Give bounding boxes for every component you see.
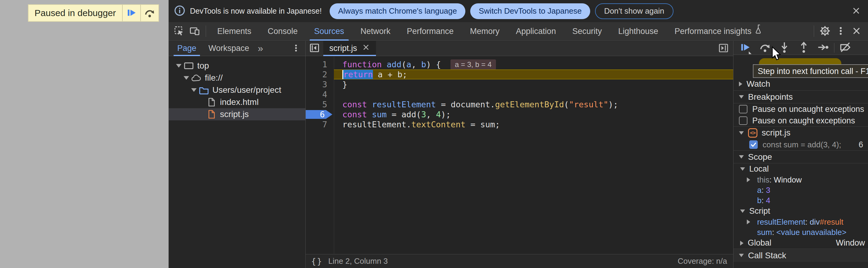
breakpoint-entry[interactable]: const sum = add(3, 4);6: [734, 139, 868, 150]
more-tabs-button[interactable]: »: [256, 42, 265, 54]
tree-item-file[interactable]: file://: [169, 72, 305, 84]
device-toolbar-button[interactable]: [187, 23, 203, 39]
code-line-text[interactable]: const sum = add(3, 4);: [334, 110, 733, 119]
line-number-gutter[interactable]: 5: [306, 99, 334, 110]
step-out-button[interactable]: [794, 41, 813, 55]
property-value: 3: [766, 185, 770, 195]
tab-elements[interactable]: Elements: [209, 22, 260, 41]
scope-group-local[interactable]: Local: [734, 163, 868, 175]
code-line: 4: [306, 89, 733, 99]
code-line-text[interactable]: return a + b;: [334, 69, 733, 80]
step-over-button-overlay[interactable]: [141, 5, 158, 21]
code-line-text[interactable]: [334, 89, 733, 99]
code-line-text[interactable]: resultElement.textContent = sum;: [334, 119, 733, 129]
line-number: 5: [322, 100, 327, 109]
scope-group-global[interactable]: GlobalWindow: [734, 237, 868, 248]
scope-group-script[interactable]: Script: [734, 206, 868, 217]
expander-icon[interactable]: [182, 76, 190, 80]
checkbox-pause-on-caught-exceptions[interactable]: Pause on caught exceptions: [734, 115, 868, 126]
code-line-text[interactable]: }: [334, 80, 733, 89]
breakpoint-marker[interactable]: [306, 110, 332, 119]
tab-sources[interactable]: Sources: [306, 22, 352, 41]
code-editor[interactable]: 1function add(a, b) {a = 3, b = 42return…: [306, 56, 733, 254]
step-into-tooltip: Step into next function call - F11 - ⌘ ;: [753, 64, 868, 78]
devtools-panel: DevTools is now available in Japanese! A…: [168, 0, 868, 268]
scope-prop-sum[interactable]: sum: <value unavailable>: [734, 227, 868, 237]
tree-item-index-html[interactable]: index.html: [169, 96, 305, 108]
step-over-button[interactable]: [755, 41, 775, 55]
step-button[interactable]: [813, 41, 833, 55]
editor-tab-label: script.js: [329, 44, 357, 53]
tab-network[interactable]: Network: [352, 22, 399, 41]
switch-to-japanese-button[interactable]: Switch DevTools to Japanese: [470, 3, 590, 19]
line-number-gutter[interactable]: 2: [306, 69, 334, 80]
tab-performance[interactable]: Performance: [399, 22, 462, 41]
scope-prop-resultelement[interactable]: resultElement: div#result: [734, 217, 868, 227]
editor-tab-scriptjs[interactable]: script.js: [323, 41, 376, 56]
section-scope[interactable]: Scope: [734, 150, 868, 163]
checkbox-label: Pause on caught exceptions: [752, 116, 855, 125]
tab-lighthouse[interactable]: Lighthouse: [610, 22, 666, 41]
line-number-gutter[interactable]: 4: [306, 89, 334, 99]
checkbox-unchecked[interactable]: [739, 105, 747, 113]
dont-show-again-button[interactable]: Don't show again: [595, 3, 674, 19]
hide-navigator-button[interactable]: [306, 41, 323, 56]
line-number-gutter[interactable]: 1: [306, 59, 334, 69]
scope-prop-a[interactable]: a: 3: [734, 185, 868, 195]
always-match-language-button[interactable]: Always match Chrome's language: [330, 3, 465, 19]
close-tab-icon[interactable]: [362, 43, 370, 53]
tab-label: Lighthouse: [618, 23, 658, 40]
tab-performance-insights[interactable]: Performance insights: [666, 22, 772, 41]
chevron-down-icon: [739, 254, 744, 257]
checkbox-checked[interactable]: [749, 140, 758, 149]
checkbox-pause-on-uncaught-exceptions[interactable]: Pause on uncaught exceptions: [734, 103, 868, 115]
line-number: 1: [322, 60, 327, 69]
code-line-text[interactable]: function add(a, b) {a = 3, b = 4: [334, 59, 733, 69]
show-debugger-sidebar-button[interactable]: [718, 42, 729, 54]
resume-icon: [126, 7, 137, 19]
line-number-gutter[interactable]: 6: [306, 110, 334, 119]
close-devtools-button[interactable]: [848, 23, 864, 39]
resume-button[interactable]: [736, 41, 755, 55]
settings-button[interactable]: [817, 23, 833, 39]
section-call-stack[interactable]: Call Stack: [734, 248, 868, 262]
tab-page[interactable]: Page: [174, 41, 200, 56]
section-breakpoints[interactable]: Breakpoints: [734, 90, 868, 103]
chevron-right-icon: [739, 82, 742, 86]
tree-item-top[interactable]: top: [169, 60, 305, 72]
notification-bar: DevTools is now available in Japanese! A…: [169, 0, 868, 22]
editor-status-bar: {} Line 2, Column 3 Coverage: n/a: [306, 254, 733, 268]
chevron-right-icon: [740, 241, 743, 245]
scope-prop-this[interactable]: this: Window: [734, 175, 868, 185]
cursor-position-label: Line 2, Column 3: [329, 257, 388, 266]
navigator-more-options-button[interactable]: [290, 41, 302, 55]
tree-item-script-js[interactable]: script.js: [169, 108, 305, 120]
tree-item-users-user-project[interactable]: Users/user/project: [169, 84, 305, 96]
tab-bar-right-controls: [811, 23, 868, 39]
tab-workspace[interactable]: Workspace: [205, 41, 253, 56]
tab-memory[interactable]: Memory: [462, 22, 508, 41]
line-number: 6: [320, 110, 325, 119]
more-options-button[interactable]: [833, 23, 848, 39]
line-number-gutter[interactable]: 3: [306, 80, 334, 89]
chevron-down-icon: [740, 167, 745, 171]
code-line-text[interactable]: const resultElement = document.getElemen…: [334, 99, 733, 110]
section-watch[interactable]: Watch: [734, 77, 868, 90]
code-line: 7resultElement.textContent = sum;: [306, 119, 733, 129]
scope-prop-b[interactable]: b: 4: [734, 195, 868, 206]
step-into-button[interactable]: [775, 41, 794, 55]
tab-console[interactable]: Console: [260, 22, 306, 41]
deactivate-breakpoints-button[interactable]: [836, 41, 855, 55]
resume-script-button[interactable]: [123, 5, 140, 21]
debugger-sections: WatchBreakpointsPause on uncaught except…: [734, 77, 868, 262]
notification-close-button[interactable]: [850, 5, 862, 17]
inspect-element-button[interactable]: [171, 23, 187, 39]
tab-security[interactable]: Security: [564, 22, 610, 41]
pretty-print-icon[interactable]: {}: [311, 257, 323, 266]
tab-application[interactable]: Application: [508, 22, 564, 41]
expander-icon[interactable]: [175, 64, 183, 68]
expander-icon[interactable]: [190, 88, 198, 92]
line-number-gutter[interactable]: 7: [306, 119, 334, 129]
breakpoint-group-script-js[interactable]: <>script.js: [734, 126, 868, 139]
checkbox-unchecked[interactable]: [739, 116, 747, 125]
